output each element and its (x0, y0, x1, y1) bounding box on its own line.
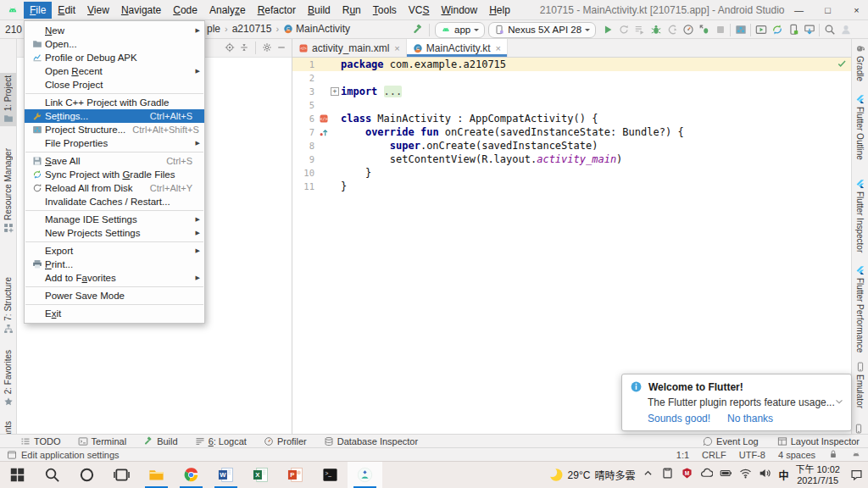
tool-window-layout-inspector[interactable]: Layout Inspector (777, 436, 860, 446)
menu-tools[interactable]: Tools (367, 2, 403, 19)
rerun-button[interactable] (615, 21, 632, 38)
menu-item-new-projects-settings[interactable]: New Projects Settings▶ (25, 226, 204, 240)
tool-window-button-2-favorites[interactable]: 2: Favorites (0, 347, 16, 409)
menu-item-open[interactable]: Open... (25, 37, 204, 51)
stop-button[interactable] (712, 21, 728, 38)
taskbar-cmd[interactable]: >_ (313, 462, 348, 488)
menu-help[interactable]: Help (483, 2, 516, 19)
attach-profiler-button[interactable] (696, 21, 712, 38)
taskbar-android-studio[interactable] (348, 462, 382, 488)
status-widget-1-1[interactable]: 1:1 (676, 450, 689, 460)
profile-app-button[interactable] (680, 21, 696, 38)
taskbar-excel[interactable]: X (243, 462, 278, 488)
tab-activity-main-xml[interactable]: </>activity_main.xml× (292, 39, 407, 57)
menu-item-invalidate-caches-restart[interactable]: Invalidate Caches / Restart... (25, 195, 204, 208)
menu-build[interactable]: Build (302, 2, 337, 19)
menu-file[interactable]: File (24, 2, 52, 19)
menu-item-export[interactable]: Export▶ (25, 244, 204, 258)
device-manager-button[interactable] (785, 21, 801, 38)
gradle-sync-button[interactable] (769, 21, 785, 38)
ime-indicator[interactable]: 中 (778, 468, 788, 482)
taskbar-task-view-button[interactable] (104, 462, 139, 488)
tool-window-event-log[interactable]: Event Log (703, 436, 759, 446)
menu-item-file-properties[interactable]: File Properties▶ (25, 136, 204, 150)
run-button[interactable] (599, 21, 615, 38)
onedrive[interactable] (700, 467, 713, 483)
tool-window-button-7-structure[interactable]: 7: Structure (0, 274, 16, 336)
sdk-manager-button[interactable] (801, 21, 817, 38)
status-widget-utf-8[interactable]: UTF-8 (739, 450, 765, 460)
tool-window-terminal[interactable]: Terminal (78, 436, 127, 446)
menu-item-profile-or-debug-apk[interactable]: Profile or Debug APK (25, 51, 204, 64)
taskbar-word[interactable]: W (209, 462, 243, 488)
minimize-button[interactable]: — (784, 0, 813, 20)
target-device-select[interactable]: Nexus 5X API 28 (488, 22, 596, 38)
battery[interactable] (720, 467, 732, 483)
locate-file-button[interactable] (225, 41, 235, 56)
wifi[interactable] (739, 467, 752, 483)
tray-expand[interactable] (642, 467, 654, 483)
taskbar-cortana-button[interactable] (70, 462, 104, 488)
menu-item-print[interactable]: Print... (25, 258, 204, 271)
taskbar-chrome[interactable] (174, 462, 209, 488)
attach-debugger-button[interactable] (664, 21, 680, 38)
action-center-icon[interactable] (850, 469, 863, 481)
menu-window[interactable]: Window (435, 2, 483, 19)
menu-item-reload-all-from-disk[interactable]: Reload All from DiskCtrl+Alt+Y (25, 181, 204, 195)
tool-window-button-1-project[interactable]: 1: Project (0, 73, 16, 126)
menu-edit[interactable]: Edit (52, 2, 81, 19)
taskbar-search-button[interactable] (35, 462, 70, 488)
sounds-good-link[interactable]: Sounds good! (648, 413, 710, 424)
menu-item-save-all[interactable]: Save AllCtrl+S (25, 154, 204, 168)
tool-window-profiler[interactable]: Profiler (264, 436, 307, 446)
hide-panel-button[interactable] (276, 41, 287, 56)
mcafee[interactable]: M (681, 467, 693, 483)
tool-window-button-flutter-inspector[interactable]: Flutter Inspector (852, 176, 868, 255)
menu-navigate[interactable]: Navigate (115, 2, 167, 19)
tool-window-button-gradle[interactable]: Gradle (852, 41, 868, 84)
maximize-button[interactable]: □ (813, 0, 842, 20)
menu-item-exit[interactable]: Exit (25, 307, 204, 320)
menu-view[interactable]: View (81, 2, 115, 19)
menu-item-link-c-project-with-gradle[interactable]: Link C++ Project with Gradle (25, 96, 204, 109)
project-structure-button[interactable] (732, 21, 748, 38)
volume[interactable] (759, 467, 771, 483)
breadcrumb-item[interactable]: a210715 (232, 23, 272, 35)
status-androidgray-widget[interactable] (851, 449, 861, 461)
profile-avatar-button[interactable] (837, 21, 854, 38)
menu-item-power-save-mode[interactable]: Power Save Mode (25, 289, 204, 302)
tool-window-button-resource-manager[interactable]: Resource Manager (0, 146, 16, 236)
tool-window-button-emulator[interactable]: Emulator (852, 359, 868, 411)
menu-item-open-recent[interactable]: Open Recent▶ (25, 64, 204, 78)
status-widget-crlf[interactable]: CRLF (702, 450, 726, 460)
menu-item-manage-ide-settings[interactable]: Manage IDE Settings▶ (25, 213, 204, 226)
no-thanks-link[interactable]: No thanks (727, 413, 773, 424)
tab-mainactivity-kt[interactable]: CMainActivity.kt× (407, 39, 508, 57)
menu-vcs[interactable]: VCS (403, 2, 436, 19)
notification-expand-chevron-icon[interactable] (833, 396, 845, 408)
collapse-all-button[interactable] (239, 41, 249, 56)
panel-settings-button[interactable] (262, 41, 272, 56)
menu-run[interactable]: Run (337, 2, 367, 19)
close-button[interactable]: × (842, 0, 868, 20)
menu-item-settings[interactable]: Settings...Ctrl+Alt+S (25, 109, 204, 123)
menu-item-add-to-favorites[interactable]: Add to Favorites▶ (25, 271, 204, 285)
run-configurations-button[interactable] (632, 21, 648, 38)
close-tab-icon[interactable]: × (394, 43, 399, 53)
run-configuration-select[interactable]: app (435, 22, 485, 38)
breadcrumb-item[interactable]: CMainActivity (283, 23, 350, 35)
menu-refactor[interactable]: Refactor (252, 2, 302, 19)
tool-window-build[interactable]: Build (143, 436, 177, 446)
menu-analyze[interactable]: Analyze (203, 2, 252, 19)
taskbar-start-button[interactable] (0, 462, 35, 488)
status-lock-widget[interactable] (828, 449, 838, 461)
breadcrumb-item[interactable]: ple (207, 23, 220, 35)
menu-item-project-structure[interactable]: Project Structure...Ctrl+Alt+Shift+S (25, 123, 204, 136)
taskbar-clock[interactable]: 下午 10:02 2021/7/15 (795, 464, 840, 486)
taskbar-powerpoint[interactable]: P (278, 462, 313, 488)
status-widget-4-spaces[interactable]: 4 spaces (778, 450, 815, 460)
tool-window-button-flutter-performance[interactable]: Flutter Performance (852, 263, 868, 355)
search-everywhere-button[interactable] (821, 21, 837, 38)
tool-window-todo[interactable]: TODO (20, 436, 61, 446)
menu-code[interactable]: Code (167, 2, 203, 19)
